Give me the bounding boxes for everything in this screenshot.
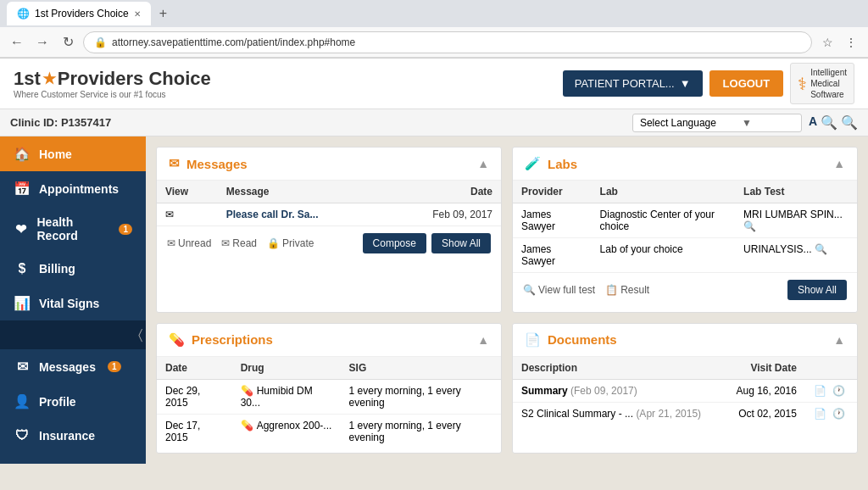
tab-close-icon[interactable]: ✕ <box>134 9 141 19</box>
private-filter[interactable]: 🔒 Private <box>267 237 314 249</box>
table-row: James Sawyer Lab of your choice URINALYS… <box>513 238 857 273</box>
messages-footer-actions: Compose Show All <box>363 233 491 253</box>
prescriptions-card-collapse[interactable]: ▲ <box>477 333 489 347</box>
settings-icon[interactable]: ⋮ <box>841 32 861 53</box>
sidebar-item-insurance[interactable]: 🛡 Insurance <box>0 419 146 453</box>
refresh-button[interactable]: ↻ <box>58 32 78 53</box>
messages-table: View Message Date ✉ Please call Dr. Sa..… <box>157 181 501 226</box>
bookmark-icon[interactable]: ☆ <box>817 32 837 53</box>
sidebar-label-appointments: Appointments <box>39 182 119 196</box>
messages-col-view: View <box>157 181 218 203</box>
browser-tab[interactable]: 🌐 1st Providers Choice ✕ <box>7 2 151 25</box>
private-label: Private <box>282 237 314 249</box>
result-link[interactable]: 📋 Result <box>605 284 649 296</box>
prescriptions-table-wrapper: Date Drug SIG Dec 29, 2015 💊Humibid DM 3… <box>157 357 501 448</box>
browser-controls: ← → ↻ 🔒 attorney.savepatienttime.com/pat… <box>0 27 868 58</box>
labs-show-all-button[interactable]: Show All <box>787 280 847 300</box>
logout-button[interactable]: LOGOUT <box>709 70 784 97</box>
doc-clock-icon-2[interactable]: 🕐 <box>832 408 845 420</box>
chevron-left-icon: 〈 <box>138 327 142 342</box>
sidebar-collapse-button[interactable]: 〈 <box>0 320 146 349</box>
text-size-icon[interactable]: A <box>809 114 817 131</box>
messages-card-title: ✉ Messages <box>169 156 248 171</box>
back-button[interactable]: ← <box>7 32 27 53</box>
labs-card-collapse[interactable]: ▲ <box>833 157 845 170</box>
unread-label: Unread <box>178 237 211 249</box>
ims-line1: Intelligent <box>810 67 847 78</box>
read-label: Read <box>232 237 257 249</box>
browser-chrome: 🌐 1st Providers Choice ✕ + ← → ↻ 🔒 attor… <box>0 0 868 58</box>
messages-row-date: Feb 09, 2017 <box>384 203 501 226</box>
rx-row2-sig: 1 every morning, 1 every evening <box>341 414 501 448</box>
language-select-label: Select Language <box>640 117 716 129</box>
view-full-test-link[interactable]: 🔍 View full test <box>523 284 595 296</box>
message-link[interactable]: Please call Dr. Sa... <box>226 209 319 220</box>
patient-portal-button[interactable]: PATIENT PORTAL... ▼ <box>563 70 703 97</box>
sidebar-item-messages[interactable]: ✉ Messages 1 <box>0 349 146 384</box>
prescriptions-table: Date Drug SIG Dec 29, 2015 💊Humibid DM 3… <box>157 357 501 448</box>
app-header: 1st★Providers Choice Where Customer Serv… <box>0 58 868 109</box>
new-tab-button[interactable]: + <box>154 6 172 21</box>
rx-row2-date: Dec 17, 2015 <box>157 414 232 448</box>
search-icon-2[interactable]: 🔍 <box>841 114 858 131</box>
messages-row-view: ✉ <box>157 203 218 226</box>
compose-button[interactable]: Compose <box>363 233 426 253</box>
profile-icon: 👤 <box>14 393 31 409</box>
tab-title: 1st Providers Choice <box>35 8 129 19</box>
appointments-icon: 📅 <box>14 181 31 197</box>
labs-table: Provider Lab Lab Test James Sawyer Diagn… <box>513 181 857 272</box>
table-row: S2 Clinical Summary - ... (Apr 21, 2015)… <box>513 402 857 425</box>
documents-card-collapse[interactable]: ▲ <box>833 333 845 347</box>
sidebar-item-contacts[interactable]: 👥 Contacts <box>0 453 146 464</box>
sidebar-item-health-record[interactable]: ❤ Health Record 1 <box>0 206 146 252</box>
messages-card-footer: ✉ Unread ✉ Read 🔒 Private Compose Show A… <box>157 226 501 260</box>
language-select[interactable]: Select Language ▼ <box>632 114 802 132</box>
rx-row1-drug: 💊Humibid DM 30... <box>232 379 341 414</box>
lock-icon: 🔒 <box>267 237 280 249</box>
sidebar: 🏠 Home 📅 Appointments ❤ Health Record 1 … <box>0 136 146 464</box>
sidebar-item-appointments[interactable]: 📅 Appointments <box>0 171 146 206</box>
main-layout: 🏠 Home 📅 Appointments ❤ Health Record 1 … <box>0 136 868 464</box>
address-bar[interactable]: 🔒 attorney.savepatienttime.com/patient/i… <box>83 31 812 53</box>
table-row: ✉ Please call Dr. Sa... Feb 09, 2017 <box>157 203 501 226</box>
messages-card-collapse[interactable]: ▲ <box>477 157 489 170</box>
search-icon[interactable]: 🔍 <box>815 243 827 255</box>
messages-col-date: Date <box>384 181 501 203</box>
patient-portal-label: PATIENT PORTAL... <box>575 77 675 90</box>
read-icon: ✉ <box>221 237 230 249</box>
sidebar-item-billing[interactable]: $ Billing <box>0 252 146 286</box>
unread-filter[interactable]: ✉ Unread <box>167 237 211 249</box>
sidebar-label-health-record: Health Record <box>36 215 107 242</box>
clinic-bar: Clinic ID: P1357417 Select Language ▼ A … <box>0 109 868 136</box>
search-icon-1[interactable]: 🔍 <box>821 114 837 131</box>
messages-card: ✉ Messages ▲ View Message Date <box>156 147 502 313</box>
drug-icon: 💊 <box>241 420 253 432</box>
forward-button[interactable]: → <box>32 32 53 53</box>
sidebar-label-vital-signs: Vital Signs <box>39 297 99 310</box>
documents-card-title: 📄 Documents <box>525 332 617 348</box>
read-filter[interactable]: ✉ Read <box>221 237 257 249</box>
rx-col-date: Date <box>157 357 232 380</box>
doc-file-icon[interactable]: 📄 <box>814 385 826 397</box>
doc-file-icon-2[interactable]: 📄 <box>814 408 826 420</box>
doc-col-actions <box>805 357 857 380</box>
doc-clock-icon[interactable]: 🕐 <box>832 385 845 397</box>
documents-card: 📄 Documents ▲ Description Visit Date <box>512 323 858 454</box>
documents-card-icon: 📄 <box>525 332 541 348</box>
contacts-icon: 👥 <box>14 462 31 464</box>
labs-card-icon: 🧪 <box>525 156 541 171</box>
search-icon[interactable]: 🔍 <box>743 220 756 232</box>
clinic-id: Clinic ID: P1357417 <box>10 116 111 129</box>
sidebar-item-profile[interactable]: 👤 Profile <box>0 384 146 419</box>
labs-card-header: 🧪 Labs ▲ <box>513 148 857 181</box>
messages-show-all-button[interactable]: Show All <box>431 233 491 253</box>
sidebar-item-vital-signs[interactable]: 📊 Vital Signs <box>0 286 146 320</box>
sidebar-item-home[interactable]: 🏠 Home <box>0 136 146 171</box>
messages-icon: ✉ <box>14 359 31 375</box>
language-select-arrow: ▼ <box>742 117 752 129</box>
messages-card-header: ✉ Messages ▲ <box>157 148 501 181</box>
content-grid: ✉ Messages ▲ View Message Date <box>146 136 868 464</box>
messages-card-icon: ✉ <box>169 156 180 171</box>
url-text: attorney.savepatienttime.com/patient/ind… <box>112 36 355 48</box>
sidebar-label-contacts: Contacts <box>39 464 90 465</box>
